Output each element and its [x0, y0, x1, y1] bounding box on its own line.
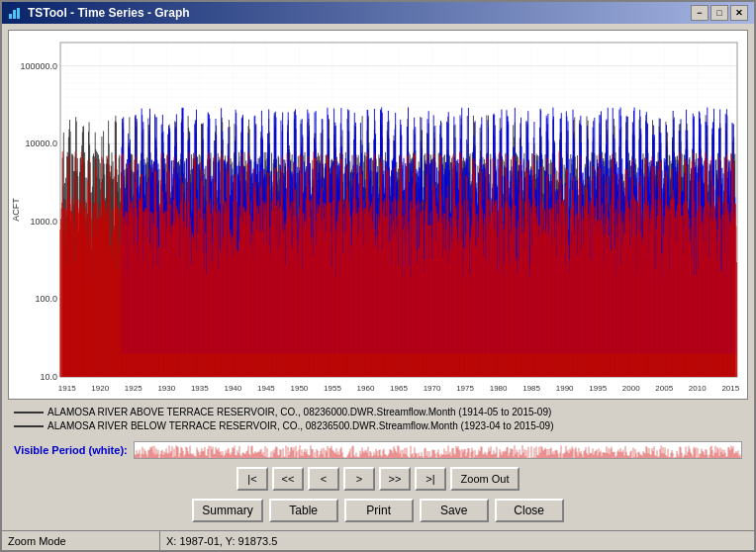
visible-period-label: Visible Period (white): [14, 444, 128, 456]
period-preview [134, 441, 742, 459]
action-buttons-row: Summary Table Print Save Close [8, 497, 748, 524]
legend-line-2 [14, 422, 44, 430]
legend-item-1: ALAMOSA RIVER ABOVE TERRACE RESERVOIR, C… [14, 406, 742, 419]
visible-period-row: Visible Period (white): [8, 439, 748, 461]
last-button[interactable]: >| [415, 467, 446, 491]
title-bar-left: TSTool - Time Series - Graph [8, 6, 190, 20]
title-buttons: − □ ✕ [691, 5, 748, 21]
period-canvas [135, 442, 741, 458]
status-bar: Zoom Mode X: 1987-01, Y: 91873.5 [2, 530, 754, 550]
status-right: X: 1987-01, Y: 91873.5 [160, 531, 754, 550]
legend-text-1: ALAMOSA RIVER ABOVE TERRACE RESERVOIR, C… [47, 406, 551, 419]
next-big-button[interactable]: >> [379, 467, 411, 491]
close-window-button[interactable]: ✕ [730, 5, 748, 21]
main-window: TSTool - Time Series - Graph − □ ✕ [0, 0, 756, 552]
chart-icon [8, 6, 22, 20]
nav-buttons-row: |< << < > >> >| Zoom Out [8, 465, 748, 493]
first-button[interactable]: |< [236, 467, 268, 491]
chart-container: 100000.0 10000.0 1000.0 100.0 10.0 ACFT … [8, 30, 748, 400]
content-area: 100000.0 10000.0 1000.0 100.0 10.0 ACFT … [2, 24, 754, 530]
summary-button[interactable]: Summary [192, 499, 262, 522]
zoom-out-button[interactable]: Zoom Out [450, 467, 520, 491]
legend-text-2: ALAMOSA RIVER BELOW TERRACE RESERVOIR, C… [47, 419, 554, 433]
title-bar: TSTool - Time Series - Graph − □ ✕ [2, 2, 754, 24]
next-button[interactable]: > [343, 467, 375, 491]
maximize-button[interactable]: □ [710, 5, 728, 21]
save-button[interactable]: Save [420, 499, 489, 522]
print-button[interactable]: Print [344, 499, 414, 522]
close-button[interactable]: Close [495, 499, 564, 522]
legend-line-1 [14, 409, 44, 416]
minimize-button[interactable]: − [691, 5, 709, 21]
chart-canvas [9, 31, 747, 399]
svg-rect-2 [17, 8, 20, 19]
window-title: TSTool - Time Series - Graph [28, 6, 190, 20]
legend-area: ALAMOSA RIVER ABOVE TERRACE RESERVOIR, C… [8, 404, 748, 435]
status-left: Zoom Mode [2, 531, 160, 550]
table-button[interactable]: Table [269, 499, 338, 522]
prev-big-button[interactable]: << [272, 467, 304, 491]
legend-item-2: ALAMOSA RIVER BELOW TERRACE RESERVOIR, C… [14, 419, 742, 433]
prev-button[interactable]: < [308, 467, 339, 491]
svg-rect-1 [13, 10, 16, 19]
svg-rect-0 [9, 14, 12, 19]
